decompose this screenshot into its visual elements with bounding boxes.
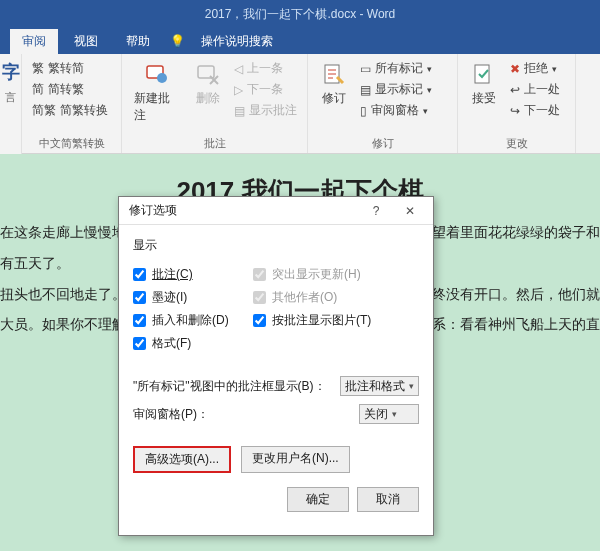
select-reviewing-pane[interactable]: 关闭▾: [359, 404, 419, 424]
dialog-help-button[interactable]: ?: [359, 200, 393, 222]
btn-change-username[interactable]: 更改用户名(N)...: [241, 446, 350, 473]
chevron-down-icon: ▾: [409, 381, 414, 391]
chk-comments[interactable]: 批注(C): [133, 266, 253, 283]
row-reviewing-pane: 审阅窗格(P)： 关闭▾: [133, 404, 419, 424]
section-display: 显示: [133, 237, 419, 254]
chevron-down-icon: ▾: [392, 409, 397, 419]
row-balloons: "所有标记"视图中的批注框显示(B)： 批注和格式▾: [133, 376, 419, 396]
chk-other-authors: 其他作者(O): [253, 289, 419, 306]
track-changes-options-dialog: 修订选项 ? ✕ 显示 批注(C) 墨迹(I) 插入和删除(D) 格式(F) 突…: [118, 196, 434, 536]
label-reviewing-pane: 审阅窗格(P)：: [133, 406, 353, 423]
dialog-action-row: 高级选项(A)... 更改用户名(N)...: [119, 440, 433, 477]
chk-ink[interactable]: 墨迹(I): [133, 289, 253, 306]
btn-advanced-options[interactable]: 高级选项(A)...: [133, 446, 231, 473]
label-balloons: "所有标记"视图中的批注框显示(B)：: [133, 378, 334, 395]
dialog-body: 显示 批注(C) 墨迹(I) 插入和删除(D) 格式(F) 突出显示更新(H) …: [119, 225, 433, 440]
chk-insertions-deletions[interactable]: 插入和删除(D): [133, 312, 253, 329]
dialog-titlebar: 修订选项 ? ✕: [119, 197, 433, 225]
dialog-backdrop: 修订选项 ? ✕ 显示 批注(C) 墨迹(I) 插入和删除(D) 格式(F) 突…: [0, 0, 600, 551]
btn-cancel[interactable]: 取消: [357, 487, 419, 512]
btn-ok[interactable]: 确定: [287, 487, 349, 512]
dialog-footer: 确定 取消: [119, 477, 433, 524]
dialog-close-button[interactable]: ✕: [393, 200, 427, 222]
dialog-title: 修订选项: [129, 202, 359, 219]
chk-pictures-by-comments[interactable]: 按批注显示图片(T): [253, 312, 419, 329]
chk-formatting[interactable]: 格式(F): [133, 335, 253, 352]
chk-highlight-updates: 突出显示更新(H): [253, 266, 419, 283]
select-balloons[interactable]: 批注和格式▾: [340, 376, 419, 396]
